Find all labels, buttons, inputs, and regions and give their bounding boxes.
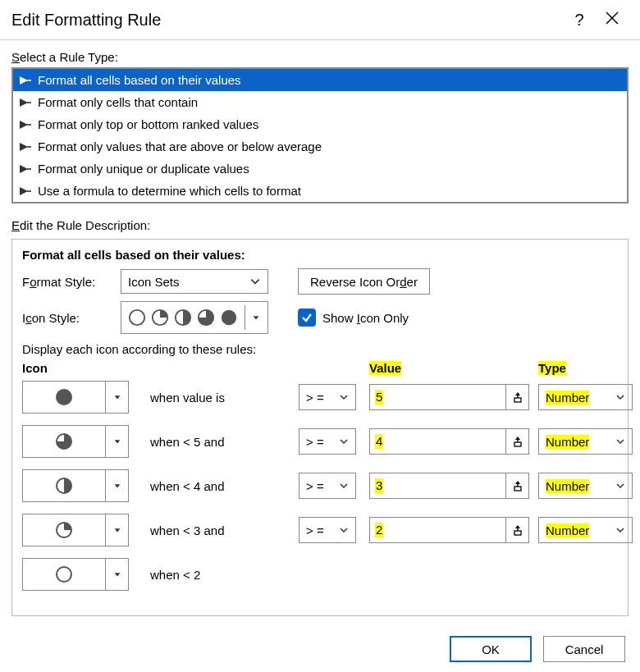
- section-title: Format all cells based on their values:: [22, 248, 618, 262]
- pie-icon: [23, 387, 105, 407]
- pie-icon: [23, 476, 105, 496]
- caret-down-icon: [105, 514, 128, 546]
- icon-style-label: Icon Style:: [22, 311, 112, 325]
- icon-style-combo[interactable]: [121, 301, 268, 334]
- ok-button[interactable]: OK: [450, 636, 532, 662]
- value-input-group: 2: [369, 517, 529, 543]
- rule-type-item[interactable]: Use a formula to determine which cells t…: [13, 180, 627, 202]
- show-icon-only-label: Show Icon Only: [322, 311, 409, 325]
- icon-picker[interactable]: [22, 425, 129, 458]
- svg-point-41: [57, 567, 71, 582]
- svg-rect-33: [514, 487, 521, 491]
- arrow-icon: [20, 187, 31, 195]
- svg-rect-40: [517, 528, 518, 531]
- when-text: when < 5 and: [150, 435, 294, 449]
- svg-marker-37: [114, 528, 120, 532]
- titlebar: Edit Formatting Rule ?: [0, 0, 640, 39]
- icon-picker[interactable]: [22, 381, 129, 414]
- display-rules-label: Display each icon according to these rul…: [22, 342, 618, 356]
- pie-icon: [23, 565, 105, 584]
- caret-down-icon: [105, 470, 128, 501]
- range-ref-button[interactable]: [505, 429, 528, 454]
- value-input[interactable]: [370, 429, 505, 454]
- caret-down-icon: [252, 313, 260, 322]
- pie-icon: [23, 520, 105, 540]
- close-icon: [606, 11, 619, 25]
- show-icon-only-checkbox[interactable]: [298, 309, 316, 327]
- format-style-label: Format Style:: [22, 275, 112, 289]
- pie-75-icon: [197, 309, 215, 327]
- svg-rect-5: [27, 102, 31, 103]
- edit-formatting-rule-dialog: Edit Formatting Rule ? Select a Rule Typ…: [0, 0, 640, 672]
- svg-marker-12: [20, 187, 28, 195]
- arrow-icon: [20, 76, 31, 85]
- value-input-group: 4: [369, 428, 529, 455]
- pie-icon: [23, 432, 105, 451]
- type-select[interactable]: Number: [538, 517, 633, 543]
- operator-select[interactable]: > =: [299, 517, 356, 543]
- icon-picker[interactable]: [22, 469, 129, 502]
- column-value-header: Value: [369, 361, 401, 375]
- range-ref-button[interactable]: [505, 385, 528, 409]
- reverse-icon-order-button[interactable]: Reverse Icon Order: [298, 268, 430, 295]
- operator-select[interactable]: > =: [299, 473, 356, 499]
- pie-0-icon: [128, 309, 146, 327]
- svg-marker-27: [114, 440, 120, 443]
- svg-marker-4: [20, 98, 28, 107]
- svg-rect-9: [27, 146, 31, 148]
- when-text: when < 2: [150, 568, 294, 582]
- svg-rect-35: [517, 483, 518, 487]
- range-ref-button[interactable]: [505, 473, 528, 498]
- svg-point-14: [130, 310, 144, 325]
- chevron-down-icon: [249, 276, 261, 287]
- svg-rect-25: [517, 395, 518, 398]
- svg-marker-32: [114, 484, 120, 487]
- svg-marker-10: [20, 165, 28, 173]
- close-button[interactable]: [596, 11, 629, 28]
- svg-marker-42: [114, 573, 120, 576]
- value-input[interactable]: [370, 473, 505, 498]
- icon-picker[interactable]: [22, 514, 129, 546]
- svg-rect-30: [517, 439, 518, 442]
- when-text: when < 4 and: [150, 479, 294, 493]
- value-input[interactable]: [370, 385, 505, 409]
- rule-type-item[interactable]: Format only unique or duplicate values: [13, 158, 627, 180]
- type-select[interactable]: Number: [538, 428, 633, 455]
- pie-25-icon: [151, 309, 169, 327]
- range-ref-button[interactable]: [505, 518, 528, 542]
- help-button[interactable]: ?: [563, 11, 596, 30]
- svg-point-18: [222, 310, 236, 325]
- svg-rect-3: [27, 80, 31, 81]
- value-input[interactable]: [370, 518, 505, 542]
- rule-type-item[interactable]: Format all cells based on their values: [13, 69, 627, 91]
- type-select[interactable]: Number: [538, 384, 633, 410]
- svg-rect-13: [27, 190, 31, 192]
- caret-down-icon: [105, 382, 128, 413]
- rule-type-item[interactable]: Format only values that are above or bel…: [13, 135, 627, 158]
- svg-rect-7: [27, 124, 31, 126]
- type-select[interactable]: Number: [538, 473, 633, 499]
- rule-type-listbox[interactable]: Format all cells based on their values F…: [11, 67, 629, 203]
- format-style-combo[interactable]: Icon Sets: [121, 269, 268, 294]
- pie-100-icon: [220, 309, 238, 327]
- arrow-icon: [20, 143, 31, 151]
- operator-select[interactable]: > =: [299, 428, 356, 455]
- select-rule-type-label: Select a Rule Type:: [11, 50, 629, 64]
- rule-type-item[interactable]: Format only top or bottom ranked values: [13, 113, 627, 135]
- arrow-icon: [20, 98, 31, 107]
- rule-type-item[interactable]: Format only cells that contain: [13, 91, 627, 113]
- cancel-button[interactable]: Cancel: [543, 636, 625, 662]
- svg-rect-23: [514, 398, 521, 402]
- icon-picker[interactable]: [22, 558, 129, 591]
- rule-description-section: Format all cells based on their values: …: [11, 239, 629, 616]
- svg-marker-22: [114, 395, 120, 399]
- svg-rect-38: [514, 531, 521, 535]
- svg-marker-6: [20, 121, 28, 129]
- value-input-group: 5: [369, 384, 529, 410]
- svg-marker-19: [254, 316, 259, 319]
- svg-marker-2: [20, 76, 28, 85]
- operator-select[interactable]: > =: [299, 384, 356, 410]
- column-type-header: Type: [538, 361, 566, 375]
- value-input-group: 3: [369, 473, 529, 499]
- svg-marker-8: [20, 143, 28, 151]
